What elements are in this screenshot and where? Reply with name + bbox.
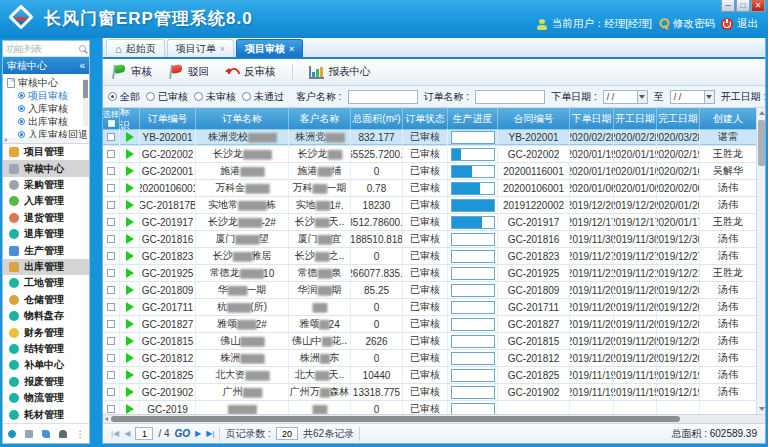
close-tab-icon[interactable]: × xyxy=(289,44,294,54)
column-creator[interactable]: 创建人 xyxy=(700,108,757,129)
column-order-name[interactable]: 订单名称 xyxy=(196,108,289,129)
tree-root-audit-center[interactable]: 审核中心 xyxy=(7,76,81,89)
page-number-input[interactable] xyxy=(135,427,153,440)
row-checkbox[interactable] xyxy=(107,184,115,192)
order-date-to-input[interactable]: / / xyxy=(670,90,715,104)
next-page-button[interactable]: ▶ xyxy=(195,429,201,438)
radio-unaudited[interactable]: 未审核 xyxy=(194,90,236,104)
table-row[interactable]: GC-2019 ██████ ███ 0 已审核 xyxy=(103,401,756,414)
table-horizontal-scrollbar[interactable] xyxy=(103,414,765,423)
table-row[interactable]: GC-202001 施港█████ 施港███埔 0 已审核 202001160… xyxy=(103,163,756,180)
table-row[interactable]: GC-201815 佛山█████ 佛山中██花.. 2626 已审核 GC-2… xyxy=(103,333,756,350)
sidebar-module[interactable]: 生产管理 xyxy=(3,242,89,258)
table-row[interactable]: GC-201812 株洲█████ 株洲██东 0 已审核 GC-201812 … xyxy=(103,350,756,367)
sidebar-module[interactable]: 仓储管理 xyxy=(3,292,89,308)
column-area[interactable]: 总面积(m²) xyxy=(351,108,403,129)
row-checkbox[interactable] xyxy=(107,150,115,158)
column-start-date[interactable]: 开工日期 xyxy=(614,108,657,129)
row-checkbox[interactable] xyxy=(107,405,115,413)
first-page-button[interactable]: |◀ xyxy=(111,429,119,438)
order-date-from-input[interactable]: / / xyxy=(603,90,648,104)
sidebar-module[interactable]: 项目管理 xyxy=(3,144,89,160)
sidebar-module[interactable]: 补单中心 xyxy=(3,357,89,373)
sidebar-module[interactable]: 退货管理 xyxy=(3,210,89,226)
tab-project-audit[interactable]: 项目审核 × xyxy=(236,39,303,57)
close-tab-icon[interactable]: × xyxy=(220,44,225,54)
customer-name-input[interactable] xyxy=(348,90,418,104)
dot-icon[interactable] xyxy=(8,430,16,438)
more-icon[interactable]: ⋮ xyxy=(76,430,85,438)
scrollbar-thumb[interactable] xyxy=(758,120,765,166)
go-button[interactable]: GO xyxy=(175,428,191,439)
sidebar-module[interactable]: 物料盘存 xyxy=(3,308,89,324)
row-checkbox[interactable] xyxy=(107,286,115,294)
select-all-checkbox[interactable] xyxy=(108,120,115,127)
sidebar-module[interactable]: 退库管理 xyxy=(3,226,89,242)
pen-icon[interactable] xyxy=(42,430,50,438)
column-customer[interactable]: 客户名称 xyxy=(289,108,351,129)
table-row[interactable]: GC-201925 常德龙█████10 常德███泉 266077.835..… xyxy=(103,265,756,282)
column-contract[interactable]: 合同编号 xyxy=(498,108,570,129)
change-password-button[interactable]: 修改密码 xyxy=(658,17,715,31)
order-name-input[interactable] xyxy=(475,90,545,104)
row-checkbox[interactable] xyxy=(107,354,115,362)
sidebar-module[interactable]: 采购管理 xyxy=(3,177,89,193)
row-checkbox[interactable] xyxy=(107,235,115,243)
sidebar-module[interactable]: 出库管理 xyxy=(3,259,89,275)
sidebar-module[interactable]: 审核中心 xyxy=(3,160,89,176)
audit-button[interactable]: 审核 xyxy=(111,65,152,79)
reject-button[interactable]: 驳回 xyxy=(168,65,209,79)
table-row[interactable]: GC-201823 长沙████雅居 长沙███之.. 0 已审核 GC-201… xyxy=(103,248,756,265)
scrollbar-thumb[interactable] xyxy=(111,416,680,422)
table-row[interactable]: GC-201827 雅颂████2# 雅颂██24 0 已审核 GC-20182… xyxy=(103,316,756,333)
tree-item[interactable]: 入库审核 xyxy=(18,102,81,115)
scroll-up-icon[interactable] xyxy=(758,109,765,117)
row-checkbox[interactable] xyxy=(107,167,115,175)
column-progress[interactable]: 生产进度 xyxy=(448,108,498,129)
function-search-input[interactable] xyxy=(6,44,77,54)
tree-vertical-scrollbar[interactable] xyxy=(83,78,88,126)
page-size-input[interactable] xyxy=(276,427,298,440)
cart-icon[interactable] xyxy=(25,430,33,438)
tab-project-orders[interactable]: 项目订单 × xyxy=(167,39,234,57)
radio-audited[interactable]: 已审核 xyxy=(146,90,188,104)
column-order-date[interactable]: 下单日期 xyxy=(570,108,614,129)
scroll-down-icon[interactable] xyxy=(758,405,765,413)
sidebar-module[interactable]: 物流管理 xyxy=(3,390,89,406)
radio-icon[interactable] xyxy=(242,92,251,101)
collapse-icon[interactable]: « xyxy=(79,60,85,71)
table-row[interactable]: GC-202002 长沙龙██████ 长沙龙███ 65525.7200.. … xyxy=(103,146,756,163)
radio-icon[interactable] xyxy=(194,92,203,101)
last-page-button[interactable]: ▶| xyxy=(206,429,214,438)
row-checkbox[interactable] xyxy=(107,320,115,328)
table-row[interactable]: GC-201816 厦门█████望 厦门███宜 188510.818 已审核… xyxy=(103,231,756,248)
chevron-down-icon[interactable] xyxy=(704,91,714,103)
report-center-button[interactable]: 报表中心 xyxy=(309,65,371,79)
row-checkbox[interactable] xyxy=(107,303,115,311)
unaudit-button[interactable]: 反审核 xyxy=(225,65,276,79)
close-button[interactable]: ✕ xyxy=(751,0,765,12)
minimize-button[interactable]: ─ xyxy=(721,0,735,12)
column-status[interactable]: 订单状态 xyxy=(403,108,448,129)
person-icon[interactable] xyxy=(59,430,67,438)
search-icon[interactable] xyxy=(79,45,86,52)
sidebar-module[interactable]: 结转管理 xyxy=(3,341,89,357)
row-checkbox[interactable] xyxy=(107,269,115,277)
row-checkbox[interactable] xyxy=(107,133,115,141)
tree-item[interactable]: 项目审核 xyxy=(18,89,81,102)
tree-item[interactable]: 出库审核 xyxy=(18,115,81,128)
row-checkbox[interactable] xyxy=(107,337,115,345)
table-row[interactable]: GC-201825 北大资█████ 北大███天.. 10440 已审核 GC… xyxy=(103,367,756,384)
sidebar-module[interactable]: 财务管理 xyxy=(3,324,89,340)
row-checkbox[interactable] xyxy=(107,252,115,260)
tab-home[interactable]: ⌂ 起始页 xyxy=(106,39,165,57)
row-checkbox[interactable] xyxy=(107,388,115,396)
sidebar-module[interactable]: 报废管理 xyxy=(3,374,89,390)
table-row[interactable]: GC-201711 杭█████(所) ███ 0 已审核 GC-201711 … xyxy=(103,299,756,316)
table-row[interactable]: GC-201817B 实地常██████栋 实地███1#. 18230 已审核… xyxy=(103,197,756,214)
sidebar-module[interactable]: 工地管理 xyxy=(3,275,89,291)
sidebar-module[interactable]: 耗材管理 xyxy=(3,407,89,423)
radio-icon[interactable] xyxy=(108,92,117,101)
column-finish-date[interactable]: 完工日期 xyxy=(657,108,700,129)
prev-page-button[interactable]: ◀ xyxy=(124,429,130,438)
